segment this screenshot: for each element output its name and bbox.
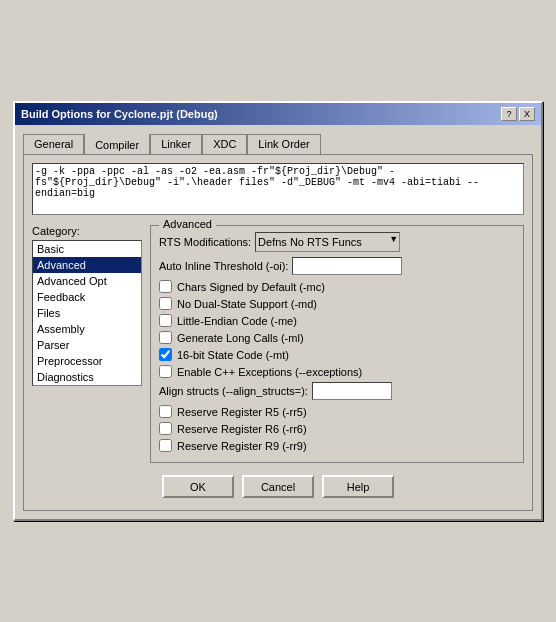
category-item-feedback[interactable]: Feedback (33, 289, 141, 305)
category-label: Category: (32, 225, 142, 237)
checkbox-reserve-r9[interactable] (159, 439, 172, 452)
reserve-label-2: Reserve Register R9 (-rr9) (177, 440, 307, 452)
reserve-label-0: Reserve Register R5 (-rr5) (177, 406, 307, 418)
title-bar: Build Options for Cyclone.pjt (Debug) ? … (15, 103, 541, 125)
tab-linker[interactable]: Linker (150, 134, 202, 155)
checkbox-16bit-state[interactable] (159, 348, 172, 361)
category-panel: Category: Basic Advanced Advanced Opt Fe… (32, 225, 142, 463)
rts-row: RTS Modifications: Defns No RTS Funcs No… (159, 232, 515, 252)
checkbox-row-5: Enable C++ Exceptions (--exceptions) (159, 365, 515, 378)
rts-label: RTS Modifications: (159, 236, 251, 248)
auto-inline-input[interactable] (292, 257, 402, 275)
tab-xdc[interactable]: XDC (202, 134, 247, 155)
checkbox-cpp-exceptions[interactable] (159, 365, 172, 378)
rts-select[interactable]: Defns No RTS Funcs None All (255, 232, 400, 252)
tab-general[interactable]: General (23, 134, 84, 155)
reserve-row-2: Reserve Register R9 (-rr9) (159, 439, 515, 452)
category-item-diagnostics[interactable]: Diagnostics (33, 369, 141, 385)
checkbox-row-2: Little-Endian Code (-me) (159, 314, 515, 327)
tab-compiler[interactable]: Compiler (84, 133, 150, 154)
align-row: Align structs (--align_structs=): (159, 382, 515, 400)
category-item-parser[interactable]: Parser (33, 337, 141, 353)
category-item-advanced-opt[interactable]: Advanced Opt (33, 273, 141, 289)
category-item-advanced[interactable]: Advanced (33, 257, 141, 273)
checkbox-reserve-r6[interactable] (159, 422, 172, 435)
cancel-button[interactable]: Cancel (242, 475, 314, 498)
window-body: General Compiler Linker XDC Link Order C… (15, 125, 541, 519)
category-item-assembly[interactable]: Assembly (33, 321, 141, 337)
checkbox-row-1: No Dual-State Support (-md) (159, 297, 515, 310)
checkbox-long-calls[interactable] (159, 331, 172, 344)
main-window: Build Options for Cyclone.pjt (Debug) ? … (13, 101, 543, 521)
reserve-row-1: Reserve Register R6 (-rr6) (159, 422, 515, 435)
help-button[interactable]: Help (322, 475, 394, 498)
checkbox-label-3: Generate Long Calls (-ml) (177, 332, 304, 344)
checkbox-no-dual-state[interactable] (159, 297, 172, 310)
auto-inline-label: Auto Inline Threshold (-oi): (159, 260, 288, 272)
checkbox-chars-signed[interactable] (159, 280, 172, 293)
window-title: Build Options for Cyclone.pjt (Debug) (21, 108, 218, 120)
checkbox-row-0: Chars Signed by Default (-mc) (159, 280, 515, 293)
checkbox-label-5: Enable C++ Exceptions (--exceptions) (177, 366, 362, 378)
help-title-btn[interactable]: ? (501, 107, 517, 121)
reserve-label-1: Reserve Register R6 (-rr6) (177, 423, 307, 435)
title-bar-buttons: ? X (501, 107, 535, 121)
rts-select-wrapper: Defns No RTS Funcs None All (255, 232, 400, 252)
content-area: Category: Basic Advanced Advanced Opt Fe… (32, 225, 524, 463)
tab-bar: General Compiler Linker XDC Link Order (23, 133, 533, 154)
checkbox-label-1: No Dual-State Support (-md) (177, 298, 317, 310)
button-row: OK Cancel Help (32, 475, 524, 502)
ok-button[interactable]: OK (162, 475, 234, 498)
checkbox-reserve-r5[interactable] (159, 405, 172, 418)
category-item-basic[interactable]: Basic (33, 241, 141, 257)
tab-link-order[interactable]: Link Order (247, 134, 320, 155)
checkbox-label-2: Little-Endian Code (-me) (177, 315, 297, 327)
command-line-textarea[interactable] (32, 163, 524, 215)
checkbox-row-4: 16-bit State Code (-mt) (159, 348, 515, 361)
checkbox-label-0: Chars Signed by Default (-mc) (177, 281, 325, 293)
panel-title: Advanced (159, 218, 216, 230)
auto-inline-row: Auto Inline Threshold (-oi): (159, 257, 515, 275)
category-item-preprocessor[interactable]: Preprocessor (33, 353, 141, 369)
advanced-panel: Advanced RTS Modifications: Defns No RTS… (150, 225, 524, 463)
align-label: Align structs (--align_structs=): (159, 385, 308, 397)
checkbox-label-4: 16-bit State Code (-mt) (177, 349, 289, 361)
checkbox-row-3: Generate Long Calls (-ml) (159, 331, 515, 344)
tab-content: Category: Basic Advanced Advanced Opt Fe… (23, 154, 533, 511)
reserve-row-0: Reserve Register R5 (-rr5) (159, 405, 515, 418)
close-title-btn[interactable]: X (519, 107, 535, 121)
category-item-files[interactable]: Files (33, 305, 141, 321)
align-input[interactable] (312, 382, 392, 400)
category-list: Basic Advanced Advanced Opt Feedback Fil… (32, 240, 142, 386)
checkbox-little-endian[interactable] (159, 314, 172, 327)
